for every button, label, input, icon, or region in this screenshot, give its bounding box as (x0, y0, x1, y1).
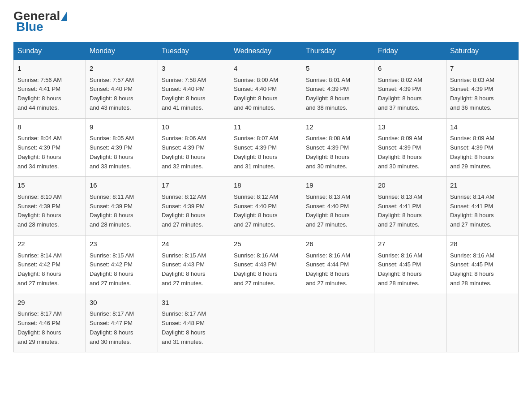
calendar-cell: 5 Sunrise: 8:01 AMSunset: 4:39 PMDayligh… (302, 60, 374, 119)
calendar-cell: 8 Sunrise: 8:04 AMSunset: 4:39 PMDayligh… (14, 118, 86, 177)
day-number: 8 (17, 122, 82, 133)
calendar-cell (230, 294, 302, 352)
calendar-cell: 16 Sunrise: 8:11 AMSunset: 4:39 PMDaylig… (86, 177, 158, 235)
calendar-cell (446, 294, 519, 352)
day-info: Sunrise: 8:09 AMSunset: 4:39 PMDaylight:… (450, 134, 515, 171)
weekday-header-monday: Monday (86, 43, 158, 60)
day-number: 21 (450, 180, 515, 191)
calendar-cell: 18 Sunrise: 8:12 AMSunset: 4:40 PMDaylig… (230, 177, 302, 235)
day-info: Sunrise: 8:10 AMSunset: 4:39 PMDaylight:… (17, 193, 82, 230)
day-info: Sunrise: 8:12 AMSunset: 4:40 PMDaylight:… (234, 193, 298, 230)
calendar-cell: 24 Sunrise: 8:15 AMSunset: 4:43 PMDaylig… (158, 235, 230, 294)
calendar-cell: 9 Sunrise: 8:05 AMSunset: 4:39 PMDayligh… (86, 118, 158, 177)
day-number: 11 (234, 122, 298, 133)
calendar-cell: 2 Sunrise: 7:57 AMSunset: 4:40 PMDayligh… (86, 60, 158, 119)
day-info: Sunrise: 8:04 AMSunset: 4:39 PMDaylight:… (17, 134, 82, 171)
calendar-cell: 11 Sunrise: 8:07 AMSunset: 4:39 PMDaylig… (230, 118, 302, 177)
day-number: 28 (450, 239, 515, 249)
day-number: 20 (378, 180, 442, 191)
calendar-cell: 26 Sunrise: 8:16 AMSunset: 4:44 PMDaylig… (302, 235, 374, 294)
day-number: 22 (17, 239, 82, 249)
day-number: 19 (306, 180, 370, 191)
day-info: Sunrise: 8:17 AMSunset: 4:48 PMDaylight:… (162, 309, 226, 347)
calendar-cell: 29 Sunrise: 8:17 AMSunset: 4:46 PMDaylig… (14, 294, 86, 352)
calendar-cell: 19 Sunrise: 8:13 AMSunset: 4:40 PMDaylig… (302, 177, 374, 235)
day-info: Sunrise: 8:00 AMSunset: 4:40 PMDaylight:… (234, 76, 298, 113)
weekday-header-saturday: Saturday (446, 43, 519, 60)
calendar-cell: 10 Sunrise: 8:06 AMSunset: 4:39 PMDaylig… (158, 118, 230, 177)
calendar-table: SundayMondayTuesdayWednesdayThursdayFrid… (13, 42, 519, 352)
logo-triangle-icon (61, 11, 67, 21)
day-info: Sunrise: 8:16 AMSunset: 4:45 PMDaylight:… (450, 251, 515, 288)
week-row-5: 29 Sunrise: 8:17 AMSunset: 4:46 PMDaylig… (14, 294, 519, 352)
day-info: Sunrise: 7:58 AMSunset: 4:40 PMDaylight:… (162, 76, 226, 113)
day-number: 2 (90, 64, 154, 74)
weekday-header-wednesday: Wednesday (230, 43, 302, 60)
day-number: 15 (17, 180, 82, 191)
logo-blue: Blue (16, 20, 43, 34)
weekday-header-friday: Friday (374, 43, 446, 60)
calendar-cell: 27 Sunrise: 8:16 AMSunset: 4:45 PMDaylig… (374, 235, 446, 294)
day-number: 27 (378, 239, 442, 249)
day-number: 24 (162, 239, 226, 249)
day-number: 6 (378, 64, 442, 74)
day-info: Sunrise: 8:12 AMSunset: 4:39 PMDaylight:… (162, 193, 226, 230)
week-row-4: 22 Sunrise: 8:14 AMSunset: 4:42 PMDaylig… (14, 235, 519, 294)
day-info: Sunrise: 8:16 AMSunset: 4:45 PMDaylight:… (378, 251, 442, 288)
calendar-cell: 4 Sunrise: 8:00 AMSunset: 4:40 PMDayligh… (230, 60, 302, 119)
week-row-3: 15 Sunrise: 8:10 AMSunset: 4:39 PMDaylig… (14, 177, 519, 235)
day-info: Sunrise: 8:14 AMSunset: 4:42 PMDaylight:… (17, 251, 82, 288)
day-info: Sunrise: 7:56 AMSunset: 4:41 PMDaylight:… (17, 76, 82, 113)
calendar-cell: 20 Sunrise: 8:13 AMSunset: 4:41 PMDaylig… (374, 177, 446, 235)
calendar-cell (302, 294, 374, 352)
calendar-cell: 17 Sunrise: 8:12 AMSunset: 4:39 PMDaylig… (158, 177, 230, 235)
calendar-cell: 31 Sunrise: 8:17 AMSunset: 4:48 PMDaylig… (158, 294, 230, 352)
day-number: 16 (90, 180, 154, 191)
day-info: Sunrise: 8:17 AMSunset: 4:46 PMDaylight:… (17, 309, 82, 347)
day-info: Sunrise: 8:15 AMSunset: 4:43 PMDaylight:… (162, 251, 226, 288)
calendar-cell: 28 Sunrise: 8:16 AMSunset: 4:45 PMDaylig… (446, 235, 519, 294)
calendar-cell: 23 Sunrise: 8:15 AMSunset: 4:42 PMDaylig… (86, 235, 158, 294)
calendar-cell: 30 Sunrise: 8:17 AMSunset: 4:47 PMDaylig… (86, 294, 158, 352)
day-number: 10 (162, 122, 226, 133)
day-number: 17 (162, 180, 226, 191)
weekday-header-row: SundayMondayTuesdayWednesdayThursdayFrid… (14, 43, 519, 60)
day-info: Sunrise: 8:09 AMSunset: 4:39 PMDaylight:… (378, 134, 442, 171)
calendar-cell (374, 294, 446, 352)
page-header: General Blue (13, 9, 519, 34)
weekday-header-thursday: Thursday (302, 43, 374, 60)
day-info: Sunrise: 8:16 AMSunset: 4:44 PMDaylight:… (306, 251, 370, 288)
day-info: Sunrise: 8:02 AMSunset: 4:39 PMDaylight:… (378, 76, 442, 113)
logo: General Blue (13, 9, 68, 34)
calendar-cell: 12 Sunrise: 8:08 AMSunset: 4:39 PMDaylig… (302, 118, 374, 177)
day-number: 13 (378, 122, 442, 133)
day-number: 7 (450, 64, 515, 74)
day-number: 5 (306, 64, 370, 74)
day-number: 25 (234, 239, 298, 249)
calendar-cell: 1 Sunrise: 7:56 AMSunset: 4:41 PMDayligh… (14, 60, 86, 119)
weekday-header-sunday: Sunday (14, 43, 86, 60)
day-number: 26 (306, 239, 370, 249)
calendar-cell: 3 Sunrise: 7:58 AMSunset: 4:40 PMDayligh… (158, 60, 230, 119)
day-info: Sunrise: 8:08 AMSunset: 4:39 PMDaylight:… (306, 134, 370, 171)
day-info: Sunrise: 8:06 AMSunset: 4:39 PMDaylight:… (162, 134, 226, 171)
day-info: Sunrise: 8:13 AMSunset: 4:41 PMDaylight:… (378, 193, 442, 230)
day-number: 31 (162, 298, 226, 308)
day-number: 29 (17, 298, 82, 308)
calendar-cell: 15 Sunrise: 8:10 AMSunset: 4:39 PMDaylig… (14, 177, 86, 235)
calendar-cell: 25 Sunrise: 8:16 AMSunset: 4:43 PMDaylig… (230, 235, 302, 294)
calendar-cell: 13 Sunrise: 8:09 AMSunset: 4:39 PMDaylig… (374, 118, 446, 177)
calendar-cell: 21 Sunrise: 8:14 AMSunset: 4:41 PMDaylig… (446, 177, 519, 235)
day-info: Sunrise: 8:17 AMSunset: 4:47 PMDaylight:… (90, 309, 154, 347)
day-info: Sunrise: 8:01 AMSunset: 4:39 PMDaylight:… (306, 76, 370, 113)
day-info: Sunrise: 7:57 AMSunset: 4:40 PMDaylight:… (90, 76, 154, 113)
day-number: 23 (90, 239, 154, 249)
day-number: 4 (234, 64, 298, 74)
day-info: Sunrise: 8:15 AMSunset: 4:42 PMDaylight:… (90, 251, 154, 288)
calendar-cell: 7 Sunrise: 8:03 AMSunset: 4:39 PMDayligh… (446, 60, 519, 119)
day-info: Sunrise: 8:11 AMSunset: 4:39 PMDaylight:… (90, 193, 154, 230)
day-number: 14 (450, 122, 515, 133)
calendar-cell: 22 Sunrise: 8:14 AMSunset: 4:42 PMDaylig… (14, 235, 86, 294)
week-row-1: 1 Sunrise: 7:56 AMSunset: 4:41 PMDayligh… (14, 60, 519, 119)
day-number: 18 (234, 180, 298, 191)
